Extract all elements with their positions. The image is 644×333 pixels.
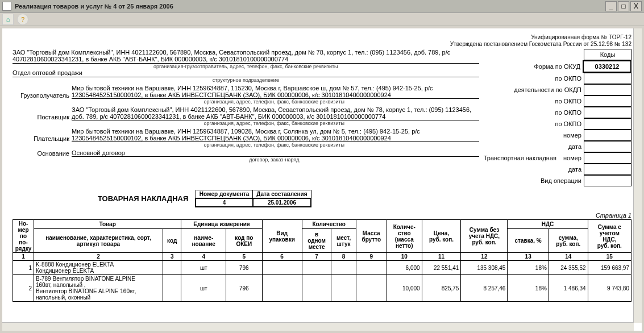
window-title: Реализация товаров и услуг № 4 от 25 янв… [15, 3, 604, 10]
lbl-date: дата [568, 142, 584, 151]
cell: 6,000 [387, 261, 422, 275]
th-pack: Вид упаковки [262, 220, 302, 253]
date-cell [584, 141, 631, 152]
lbl-okpo3: по ОКПО [555, 108, 584, 117]
col-num: 12 [461, 253, 508, 261]
codes-block: Коды Форма по ОКУД0330212 по ОКПО деятел… [484, 49, 631, 186]
cell: 18% [508, 261, 549, 275]
maximize-button[interactable]: □ [618, 1, 629, 11]
content-area: Унифицированная форма № ТОРГ-12 Утвержде… [2, 28, 642, 331]
cell: 2 [13, 275, 34, 302]
th-qty: Количество [302, 220, 356, 229]
payer-sub: организация, адрес, телефон, факс, банко… [69, 142, 479, 148]
department-sub: структурное подразделение [13, 77, 479, 83]
th-code: код [163, 229, 181, 253]
lbl-okpo2: по ОКПО [555, 97, 584, 106]
document: Унифицированная форма № ТОРГ-12 Утвержде… [2, 28, 642, 304]
cell: шт [181, 261, 226, 275]
th-unit: Единица измерения [181, 220, 262, 229]
vid-cell [584, 176, 631, 186]
okpo4-cell [584, 119, 631, 130]
cell [262, 261, 302, 275]
cell [331, 275, 356, 302]
th-sum-no-vat: Сумма без учета НДС, руб. коп. [461, 220, 508, 253]
supplier-sub: организация, адрес, телефон, факс, банко… [69, 120, 479, 126]
lbl-okdp: деятельности по ОКДП [514, 85, 584, 94]
basis-label: Основание [13, 150, 72, 157]
th-uname: наиме- нование [181, 229, 226, 253]
cell: 825,75 [422, 275, 461, 302]
form-number: Унифицированная форма № ТОРГ-12 [13, 34, 631, 41]
minimize-button[interactable]: _ [605, 1, 617, 11]
lbl-okpo1: по ОКПО [555, 74, 584, 83]
cell: 22 551,41 [422, 261, 461, 275]
cell [302, 261, 331, 275]
cell: 8 257,46 [461, 275, 508, 302]
lbl-okpo4: по ОКПО [555, 119, 584, 128]
lbl-number: номер [563, 131, 584, 140]
vertical-scrollbar[interactable] [633, 28, 642, 323]
toolbar: ⌂ ? [0, 13, 644, 26]
lbl-vid: Вид операции [541, 176, 584, 185]
col-num: 10 [387, 253, 422, 261]
horizontal-scrollbar[interactable] [2, 322, 634, 331]
th-rate: ставка, % [508, 229, 549, 253]
col-num: 14 [549, 253, 588, 261]
department: Отдел оптовой продажи [13, 69, 479, 77]
col-num: 5 [226, 253, 263, 261]
payer-label: Плательщик [13, 135, 72, 142]
trans-num-cell [584, 153, 631, 164]
cell: 796 [226, 261, 263, 275]
okdp-cell [584, 85, 631, 95]
cell: 18% [508, 275, 549, 302]
consignee-label: Грузополучатель [13, 92, 72, 99]
cell: 24 355,52 [549, 261, 588, 275]
th-net: Количе- ство (масса нетто) [387, 220, 422, 253]
doc-num: 4 [196, 198, 252, 207]
sender-sub: организация-грузоотправитель, адрес, тел… [13, 64, 479, 69]
th-vatsum: сумма, руб. коп. [549, 229, 588, 253]
cell: 135 308,45 [461, 261, 508, 275]
table-row: 1K-8888 Кондиционер ELEKTA Кондиционер E… [13, 261, 631, 275]
cell: K-8888 Кондиционер ELEKTA Кондиционер EL… [34, 261, 163, 275]
okpo3-cell [584, 107, 631, 118]
lbl-okud: Форма по ОКУД [534, 62, 583, 71]
close-button[interactable]: X [630, 1, 642, 11]
col-num: 4 [181, 253, 226, 261]
doc-title-row: ТОВАРНАЯ НАКЛАДНАЯ Номер документа Дата … [98, 190, 631, 207]
th-inone: в одном месте [302, 229, 331, 253]
th-okei: код по ОКЕИ [226, 229, 263, 253]
col-num: 3 [163, 253, 181, 261]
col-num: 15 [588, 253, 631, 261]
th-price: Цена, руб. коп. [422, 220, 461, 253]
th-gross: Масса брутто [356, 220, 387, 253]
cell [302, 275, 331, 302]
print-icon[interactable]: ⌂ [2, 14, 14, 25]
consignee: Мир бытовой техники на Варшавке, ИНН 125… [72, 85, 479, 99]
cell [163, 275, 181, 302]
cell [331, 261, 356, 275]
titlebar[interactable]: Реализация товаров и услуг № 4 от 25 янв… [0, 0, 644, 13]
lbl-trans: Транспортная накладная [484, 153, 559, 163]
app-window: Реализация товаров и услуг № 4 от 25 янв… [0, 0, 644, 333]
help-icon[interactable]: ? [17, 14, 28, 25]
col-num: 9 [356, 253, 387, 261]
col-num: 1 [13, 253, 34, 261]
cell [356, 275, 387, 302]
th-sum-vat: Сумма с учетом НДС, руб. коп. [588, 220, 631, 253]
col-num: 13 [508, 253, 549, 261]
doc-date: 25.01.2006 [253, 198, 311, 207]
lbl-date2: дата [568, 165, 584, 174]
cell [262, 275, 302, 302]
okud-code: 0330212 [583, 61, 631, 72]
col-num: 11 [422, 253, 461, 261]
basis-sub: договор, заказ-наряд [69, 157, 479, 163]
document-icon [2, 2, 11, 11]
th-tovar: Товар [34, 220, 181, 229]
table-row: 2B-789 Вентилятор BINATONE ALPINE 160вт,… [13, 275, 631, 302]
cell [356, 261, 387, 275]
cell: 9 743,80 [588, 275, 631, 302]
cell: 10,000 [387, 275, 422, 302]
cell: 796 [226, 275, 263, 302]
th-vat: НДС [508, 220, 588, 229]
